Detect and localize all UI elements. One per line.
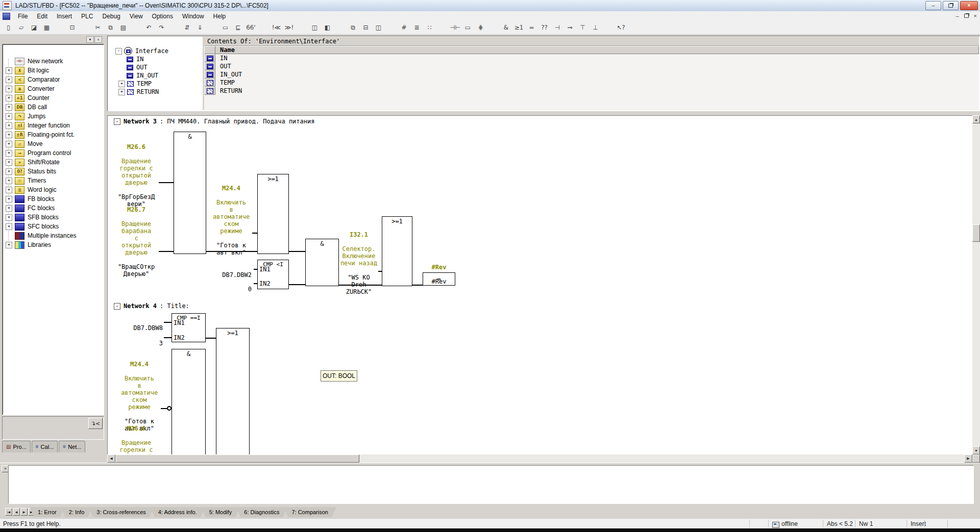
menu-item[interactable]: Edit xyxy=(32,12,52,21)
row-selector[interactable] xyxy=(204,54,215,62)
expand-icon[interactable]: + xyxy=(6,168,12,175)
table-row[interactable]: IN_OUT xyxy=(204,70,979,79)
block-icon xyxy=(207,80,213,86)
scroll-up-button[interactable]: ▲ xyxy=(972,115,980,123)
block-icon xyxy=(207,72,213,78)
vertical-scrollbar[interactable] xyxy=(972,115,980,454)
scroll-right-button[interactable]: ▶ xyxy=(964,454,972,463)
menu-item[interactable]: Window xyxy=(178,12,209,21)
expand-icon[interactable]: + xyxy=(6,178,12,184)
menu-item[interactable]: Insert xyxy=(52,12,77,21)
expand-icon[interactable]: + xyxy=(6,187,12,193)
scrollbar-thumb[interactable] xyxy=(972,224,980,242)
tree-item-in[interactable]: IN xyxy=(127,55,143,63)
horizontal-splitter[interactable] xyxy=(107,111,980,115)
collapse-network-icon[interactable]: - xyxy=(114,118,120,125)
table-row[interactable]: RETURN xyxy=(204,87,979,95)
row-selector[interactable] xyxy=(204,87,215,95)
and-gate[interactable]: & xyxy=(174,132,206,254)
tree-label: TEMP xyxy=(137,80,152,87)
operand-i32-1[interactable]: I32.1 Селектор. Включение печи назад "WS… xyxy=(335,224,382,302)
operand-rev[interactable]: #Rev #Rev xyxy=(407,257,471,292)
column-header-name[interactable]: Name xyxy=(204,46,979,54)
operand-m24-4[interactable]: M24.4 Включить в автоматиче ском режиме … xyxy=(208,178,255,263)
operand-m26-7[interactable]: M26.7 Вращение барабана с открытой дверь… xyxy=(113,199,160,285)
expand-icon[interactable]: + xyxy=(6,223,12,230)
mdi-restore-button[interactable] xyxy=(964,14,969,18)
output-content[interactable] xyxy=(8,465,974,504)
table-row[interactable]: OUT xyxy=(204,62,979,70)
jump-to-instruction-button[interactable]: ↴< xyxy=(88,418,103,429)
tree-item-in-out[interactable]: IN_OUT xyxy=(127,71,158,80)
negated-input[interactable] xyxy=(167,406,172,411)
expand-icon[interactable]: + xyxy=(6,150,12,157)
operand-const-3[interactable]: 3 xyxy=(122,333,163,354)
catalog-item-label: Libraries xyxy=(28,241,51,248)
menu-item[interactable]: PLC xyxy=(77,12,97,21)
status-pane-connection-icon xyxy=(768,520,777,527)
cmp-block[interactable]: CMP <I IN1 IN2 xyxy=(257,260,289,289)
expand-icon[interactable]: + xyxy=(6,132,12,138)
expand-icon[interactable]: + xyxy=(118,81,125,87)
or-gate[interactable]: >=1 xyxy=(216,328,250,455)
mdi-minimize-button[interactable]: – xyxy=(955,13,959,19)
collapse-network-icon[interactable]: - xyxy=(114,303,120,310)
network-title: : Title: xyxy=(160,302,189,310)
network-3-header[interactable]: - Network 3 : ПЧ ММ440. Главный привод. … xyxy=(114,118,314,125)
expand-icon[interactable]: + xyxy=(6,122,12,129)
tree-item-out[interactable]: OUT xyxy=(127,63,148,71)
or-gate[interactable]: >=1 xyxy=(257,174,289,254)
expand-icon[interactable]: + xyxy=(6,113,12,120)
minimize-button[interactable]: – xyxy=(925,1,941,10)
mdi-close-button[interactable]: × xyxy=(974,13,977,19)
operand-m26-6[interactable]: M26.6 Вращение горелки с открытой дверью xyxy=(113,418,160,455)
menu-item[interactable]: Debug xyxy=(97,12,125,21)
expand-icon[interactable]: + xyxy=(6,205,12,212)
row-selector[interactable] xyxy=(204,62,215,70)
catalog-item-icon: ±I xyxy=(15,122,24,130)
expand-icon[interactable]: + xyxy=(6,159,12,166)
scrollbar-thumb[interactable] xyxy=(115,454,359,463)
expand-icon[interactable]: + xyxy=(6,104,12,111)
tree-item-temp[interactable]: + TEMP xyxy=(118,80,152,88)
tab-scroll-next-button[interactable]: ▶ xyxy=(20,508,28,516)
cmp-block[interactable]: CMP ==I IN1 IN2 xyxy=(172,313,206,342)
expand-icon[interactable]: + xyxy=(6,214,12,221)
toolbar: ▯▱◪▦⊡✂⧉▤↶↷⇵⇓▭⊑66'!≪≫!◫◧⧉⊟◫#≣∷⊣⊢▭⋕&≥1=??⊣… xyxy=(0,21,980,35)
restore-button[interactable] xyxy=(943,1,959,10)
expand-icon[interactable]: + xyxy=(6,86,12,92)
document-icon[interactable] xyxy=(3,13,10,20)
menu-item[interactable]: File xyxy=(13,12,32,21)
expand-icon[interactable]: + xyxy=(6,95,12,102)
expand-icon[interactable]: + xyxy=(6,242,12,248)
operand-const-0[interactable]: 0 xyxy=(210,278,252,300)
menu-item[interactable]: Help xyxy=(209,12,231,21)
collapse-icon[interactable]: - xyxy=(115,48,122,55)
catalog-preview-pane: ↴< xyxy=(2,416,104,440)
scroll-left-button[interactable]: ◀ xyxy=(107,454,115,463)
table-row[interactable]: TEMP xyxy=(204,79,979,87)
expand-icon[interactable]: + xyxy=(6,77,12,83)
panel-close-button[interactable]: × xyxy=(94,36,102,43)
interface-root[interactable]: - Interface xyxy=(115,47,168,55)
expand-icon[interactable]: + xyxy=(6,196,12,202)
expand-icon[interactable]: + xyxy=(6,141,12,147)
menu-item[interactable]: View xyxy=(125,12,148,21)
and-gate[interactable]: & xyxy=(305,239,339,286)
catalog-item-icon: → xyxy=(15,149,24,157)
close-button[interactable]: × xyxy=(960,1,978,10)
expand-icon[interactable]: + xyxy=(6,67,12,74)
scroll-down-button[interactable]: ▼ xyxy=(972,446,980,454)
menu-item[interactable]: Options xyxy=(148,12,178,21)
row-selector[interactable] xyxy=(204,70,215,79)
network-4-header[interactable]: - Network 4 : Title: xyxy=(114,302,189,310)
status-pane-empty xyxy=(947,520,979,527)
tab-scroll-first-button[interactable]: |◀ xyxy=(5,508,12,516)
and-gate[interactable]: & xyxy=(172,349,206,455)
tab-scroll-prev-button[interactable]: ◀ xyxy=(13,508,20,516)
row-selector[interactable] xyxy=(204,79,215,87)
tree-item-return[interactable]: + RETURN xyxy=(118,88,159,96)
expand-icon[interactable]: + xyxy=(118,89,125,95)
table-row[interactable]: IN xyxy=(204,54,979,62)
panel-hide-button[interactable]: ▼ xyxy=(86,36,94,43)
